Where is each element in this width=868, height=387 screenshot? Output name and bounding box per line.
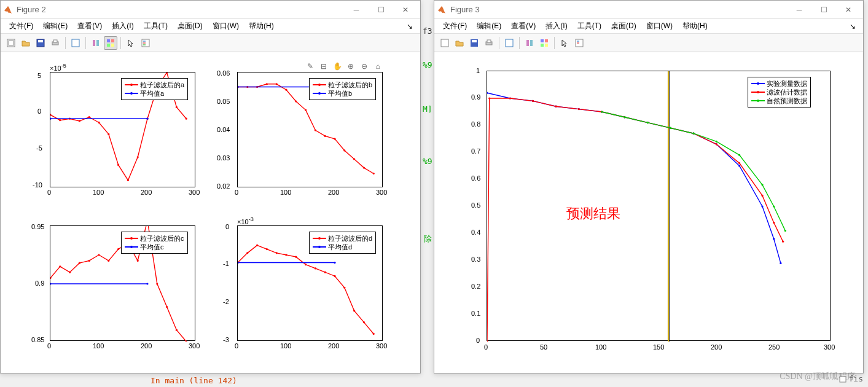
svg-point-120 xyxy=(532,100,534,102)
bg-text: 除 xyxy=(424,233,432,244)
insert-colorbar-icon[interactable] xyxy=(538,36,551,50)
xtick: 300 xyxy=(189,342,200,350)
pointer-icon[interactable] xyxy=(124,36,138,50)
fis-tab[interactable]: fis xyxy=(839,374,863,383)
figure3-window: Figure 3 ─ ☐ ✕ 文件(F) 编辑(E) 查看(V) 插入(I) 工… xyxy=(434,0,864,373)
svg-point-118 xyxy=(488,97,490,99)
ytick: 0.4 xyxy=(471,229,480,236)
svg-point-41 xyxy=(305,109,307,111)
menu-help[interactable]: 帮助(H) xyxy=(678,19,713,33)
menu-insert[interactable]: 插入(I) xyxy=(541,19,572,33)
xtick: 0 xyxy=(235,342,238,350)
svg-rect-3 xyxy=(38,40,43,42)
minimize-button[interactable]: ─ xyxy=(787,1,811,18)
menu-edit[interactable]: 编辑(E) xyxy=(38,19,72,33)
maximize-button[interactable]: ☐ xyxy=(369,1,393,18)
svg-rect-94 xyxy=(545,39,548,42)
axes-toolbar: ✎ ⊟ ✋ ⊕ ⊖ ⌂ xyxy=(305,61,383,72)
link-plot-icon[interactable] xyxy=(89,36,103,50)
minimize-button[interactable]: ─ xyxy=(344,1,369,18)
home-icon[interactable]: ⌂ xyxy=(372,61,383,72)
menubar: 文件(F) 编辑(E) 查看(V) 插入(I) 工具(T) 桌面(D) 窗口(W… xyxy=(1,19,420,34)
new-figure-icon[interactable] xyxy=(4,36,18,50)
svg-point-131 xyxy=(773,222,775,224)
insert-legend-icon[interactable] xyxy=(573,36,586,50)
svg-point-128 xyxy=(716,143,717,145)
zoomout-icon[interactable]: ⊖ xyxy=(359,61,370,72)
axes-main[interactable] xyxy=(487,71,831,341)
print-icon[interactable] xyxy=(49,36,62,50)
menu-window[interactable]: 窗口(W) xyxy=(641,19,678,33)
svg-point-39 xyxy=(285,89,287,91)
figure3-area: 1 0.9 0.8 0.7 0.6 0.5 0.4 0.3 0.2 0.1 0 … xyxy=(434,52,863,373)
svg-point-33 xyxy=(146,118,148,120)
matlab-icon xyxy=(3,5,13,15)
menu-edit[interactable]: 编辑(E) xyxy=(472,19,506,33)
xtick: 100 xyxy=(280,342,291,350)
close-button[interactable]: ✕ xyxy=(836,1,861,18)
menu-insert[interactable]: 插入(I) xyxy=(107,19,138,33)
menu-more-icon[interactable]: ↘ xyxy=(845,20,859,33)
svg-point-134 xyxy=(624,116,625,118)
titlebar[interactable]: Figure 2 ─ ☐ ✕ xyxy=(1,1,420,19)
xtick: 100 xyxy=(93,189,104,196)
menu-view[interactable]: 查看(V) xyxy=(506,19,541,33)
save-icon[interactable] xyxy=(34,36,47,50)
open-icon[interactable] xyxy=(19,36,33,50)
save-icon[interactable] xyxy=(467,36,481,50)
edit-plot-icon[interactable] xyxy=(69,36,82,50)
svg-rect-95 xyxy=(541,44,544,47)
insert-legend-icon[interactable] xyxy=(139,36,152,50)
insert-colorbar-icon[interactable] xyxy=(104,36,117,50)
menu-file[interactable]: 文件(F) xyxy=(4,19,38,33)
menu-more-icon[interactable]: ↘ xyxy=(402,20,416,33)
link-plot-icon[interactable] xyxy=(523,36,536,50)
legend-a[interactable]: 粒子滤波后的a 平均值a xyxy=(121,78,188,100)
legend-d[interactable]: 粒子滤波后的d 平均值d xyxy=(309,232,376,254)
pointer-icon[interactable] xyxy=(558,36,571,50)
open-icon[interactable] xyxy=(453,36,466,50)
pan-icon[interactable]: ✋ xyxy=(332,61,343,72)
svg-point-82 xyxy=(373,333,375,335)
zoomin-icon[interactable]: ⊕ xyxy=(345,61,356,72)
titlebar[interactable]: Figure 3 ─ ☐ ✕ xyxy=(434,1,863,19)
menu-view[interactable]: 查看(V) xyxy=(72,19,107,33)
menu-desktop[interactable]: 桌面(D) xyxy=(173,19,208,33)
edit-plot-icon[interactable] xyxy=(502,36,516,50)
maximize-button[interactable]: ☐ xyxy=(811,1,836,18)
ytick: 0.9 xyxy=(471,93,480,101)
ytick: -10 xyxy=(33,181,42,189)
legend-entry: 实验测量数据 xyxy=(767,79,807,88)
menu-help[interactable]: 帮助(H) xyxy=(244,19,279,33)
legend-b[interactable]: 粒子滤波后的b 平均值b xyxy=(309,78,376,100)
svg-point-56 xyxy=(98,254,100,256)
menu-desktop[interactable]: 桌面(D) xyxy=(606,19,641,33)
toolbar xyxy=(1,34,420,52)
ytick: 0.9 xyxy=(35,280,44,287)
svg-rect-87 xyxy=(472,40,477,42)
bg-text: In main (line 142) xyxy=(151,376,237,385)
close-button[interactable]: ✕ xyxy=(393,1,418,18)
svg-rect-5 xyxy=(53,40,57,42)
svg-point-114 xyxy=(761,205,763,207)
legend-main[interactable]: 实验测量数据 滤波估计数据 自然预测数据 xyxy=(748,77,811,108)
ytick: 0.8 xyxy=(471,120,480,128)
ytick: 0.3 xyxy=(471,256,480,263)
svg-rect-91 xyxy=(526,40,529,46)
ytick: 0.06 xyxy=(217,69,230,77)
menu-tools[interactable]: 工具(T) xyxy=(573,19,606,33)
menu-file[interactable]: 文件(F) xyxy=(438,19,472,33)
svg-point-76 xyxy=(315,267,316,269)
menu-tools[interactable]: 工具(T) xyxy=(139,19,173,33)
brush-icon[interactable]: ✎ xyxy=(305,61,316,72)
datatip-icon[interactable]: ⊟ xyxy=(318,61,329,72)
legend-c[interactable]: 粒子滤波后的c 平均值c xyxy=(121,232,188,254)
print-icon[interactable] xyxy=(482,36,496,50)
ytick: 0.02 xyxy=(217,182,230,190)
menu-window[interactable]: 窗口(W) xyxy=(208,19,244,33)
ytick: 0.95 xyxy=(31,223,44,230)
new-figure-icon[interactable] xyxy=(438,36,452,50)
svg-point-31 xyxy=(186,118,187,120)
axes-a-exponent: ×10-5 xyxy=(50,63,66,72)
ytick: -3 xyxy=(223,336,229,343)
